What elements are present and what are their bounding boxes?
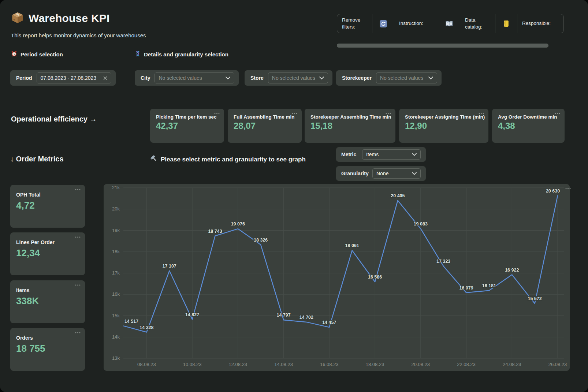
period-section-label: Period selection <box>11 51 63 58</box>
svg-text:14 228: 14 228 <box>139 325 153 330</box>
card-menu-icon[interactable] <box>292 112 297 114</box>
svg-text:16 079: 16 079 <box>459 285 473 291</box>
card-menu-icon[interactable] <box>75 284 81 286</box>
chevron-down-icon <box>226 76 230 79</box>
svg-text:18 743: 18 743 <box>208 229 222 234</box>
svg-text:19 076: 19 076 <box>231 221 245 227</box>
card-menu-icon[interactable] <box>386 112 391 114</box>
card-menu-icon[interactable] <box>75 332 81 333</box>
svg-text:08.08.23: 08.08.23 <box>137 362 156 367</box>
kpi-card-picking-time: Picking Time per Item sec 42,37 <box>150 109 224 143</box>
storekeeper-filter: Storekeeper No selected values <box>336 70 442 86</box>
svg-text:16 181: 16 181 <box>482 283 496 288</box>
chevron-down-icon <box>428 76 433 79</box>
metric-card-orders: Orders 18 755 <box>10 328 85 371</box>
details-section-label: Details and granularity selection <box>135 51 228 58</box>
metric-card-lines-per-order: Lines Per Order 12,34 <box>10 232 85 275</box>
ledger-icon[interactable] <box>495 14 517 33</box>
svg-text:26.08.23: 26.08.23 <box>548 362 567 367</box>
svg-text:16 922: 16 922 <box>505 268 519 273</box>
chevron-down-icon <box>412 172 417 175</box>
card-menu-icon[interactable] <box>214 112 220 114</box>
metric-card-items: Items 338K <box>10 280 85 323</box>
svg-text:17 323: 17 323 <box>436 259 450 264</box>
operational-efficiency-heading: Operational efficiency → <box>11 115 97 123</box>
granularity-select[interactable]: None <box>372 168 421 179</box>
city-filter: City No selected values <box>135 70 239 86</box>
kpi-card-full-assembling: Full Assembling Time min 28,07 <box>228 109 302 143</box>
svg-text:14.08.23: 14.08.23 <box>274 362 293 367</box>
card-menu-icon[interactable] <box>75 236 81 238</box>
svg-text:14 457: 14 457 <box>322 320 336 325</box>
kpi-card-storekeeper-assigning: Storekeeper Assigning Time (min) 12,90 <box>399 109 488 143</box>
open-book-icon[interactable] <box>438 14 460 33</box>
svg-text:15k: 15k <box>112 313 120 318</box>
toolbar-scrollbar[interactable] <box>337 44 548 48</box>
store-filter: Store No selected values <box>245 70 332 86</box>
reset-refresh-icon[interactable] <box>372 14 394 33</box>
order-metrics-heading: ↓ Order Metrics <box>10 155 64 163</box>
select-metric-hint: Please select metric and granularity to … <box>150 155 306 164</box>
svg-text:13k: 13k <box>112 355 120 361</box>
page-header: Warehouse KPI <box>11 11 110 26</box>
alarm-clock-icon <box>11 51 17 58</box>
svg-text:10.08.23: 10.08.23 <box>183 362 202 367</box>
page-subtitle: This report helps monitor dynamics of yo… <box>11 32 146 38</box>
svg-text:18k: 18k <box>112 249 120 254</box>
chevron-down-icon <box>319 76 324 79</box>
metric-card-oph-total: OPH Total 4,72 <box>10 185 85 228</box>
responsible-button[interactable]: Responsible: <box>517 14 563 33</box>
period-filter: Period 07.08.2023 - 27.08.2023 <box>10 70 116 86</box>
close-icon[interactable] <box>103 76 107 80</box>
line-chart[interactable]: 13k14k15k16k17k18k19k20k21k08.08.2310.08… <box>104 184 570 371</box>
svg-text:20.08.23: 20.08.23 <box>411 362 430 367</box>
items-line-chart-card: 13k14k15k16k17k18k19k20k21k08.08.2310.08… <box>104 184 570 371</box>
metric-control: Metric Items <box>336 147 426 162</box>
svg-text:17k: 17k <box>112 270 120 276</box>
instruction-button[interactable]: Instruction: <box>394 14 438 33</box>
svg-text:15 572: 15 572 <box>528 296 542 301</box>
svg-text:20 405: 20 405 <box>391 193 405 198</box>
svg-text:14 797: 14 797 <box>276 313 290 318</box>
metric-select[interactable]: Items <box>362 149 421 160</box>
period-date-range-input[interactable]: 07.08.2023 - 27.08.2023 <box>37 72 111 83</box>
svg-text:20k: 20k <box>112 206 120 212</box>
svg-text:12.08.23: 12.08.23 <box>228 362 247 367</box>
kpi-card-storekeeper-assembling: Storekeeper Assembling Time min 15,18 <box>305 109 395 143</box>
package-icon <box>11 11 24 26</box>
svg-text:18 061: 18 061 <box>345 243 359 248</box>
svg-text:21k: 21k <box>112 185 120 190</box>
svg-text:19 083: 19 083 <box>414 221 428 227</box>
svg-text:22.08.23: 22.08.23 <box>457 362 476 367</box>
warehouse-kpi-dashboard: Warehouse KPI This report helps monitor … <box>0 0 588 392</box>
svg-text:16k: 16k <box>112 291 120 297</box>
svg-text:18 326: 18 326 <box>254 238 268 243</box>
svg-text:14k: 14k <box>112 334 120 340</box>
svg-text:14 517: 14 517 <box>124 319 138 324</box>
page-title: Warehouse KPI <box>29 12 110 25</box>
data-catalog-button[interactable]: Data catalog: <box>460 14 495 33</box>
svg-text:18.08.23: 18.08.23 <box>366 362 384 367</box>
card-menu-icon[interactable] <box>555 112 560 114</box>
granularity-control: Granularity None <box>336 166 426 181</box>
city-select[interactable]: No selected values <box>155 72 234 83</box>
toolbar: Remove filters: Instruction: Data catalo… <box>337 14 564 33</box>
storekeeper-select[interactable]: No selected values <box>376 72 437 83</box>
dna-icon <box>135 51 141 58</box>
svg-text:16 586: 16 586 <box>368 275 382 280</box>
svg-text:20 630: 20 630 <box>546 188 560 194</box>
svg-text:14 702: 14 702 <box>299 315 313 320</box>
svg-text:14 827: 14 827 <box>185 312 199 317</box>
store-select[interactable]: No selected values <box>268 72 328 83</box>
card-menu-icon[interactable] <box>479 112 484 114</box>
card-menu-icon[interactable] <box>75 188 81 190</box>
svg-text:16.08.23: 16.08.23 <box>320 362 339 367</box>
hammer-icon <box>150 155 157 164</box>
svg-text:17 107: 17 107 <box>163 264 176 269</box>
kpi-card-avg-downtime: Avg Order Downtime min 4,38 <box>492 109 565 143</box>
chevron-down-icon <box>412 153 417 156</box>
remove-filters-button[interactable]: Remove filters: <box>337 14 372 33</box>
svg-text:19k: 19k <box>112 228 120 233</box>
svg-text:24.08.23: 24.08.23 <box>503 362 521 367</box>
